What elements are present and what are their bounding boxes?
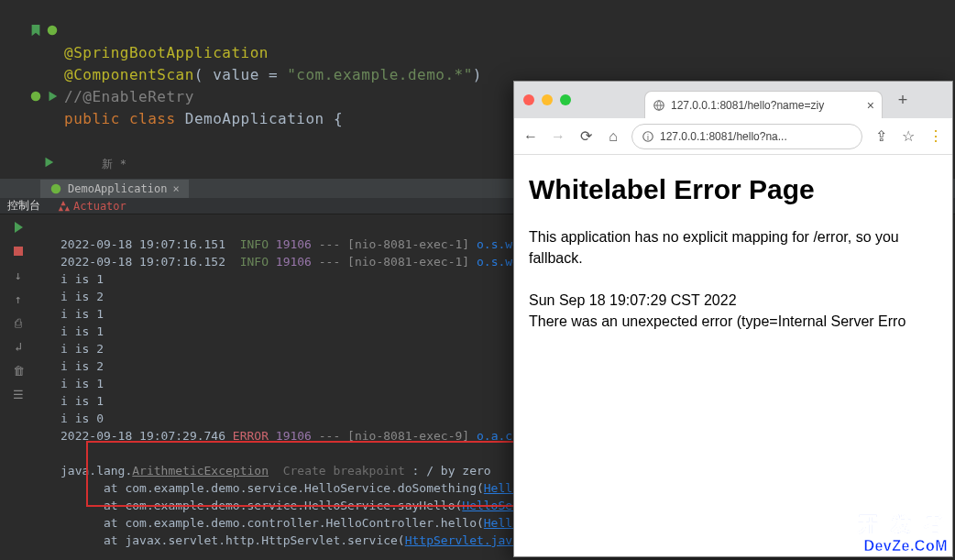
log-line: 2022-09-18 19:07:29.746 ERROR 19106 --- … (60, 429, 527, 443)
spring-icon[interactable] (46, 24, 59, 39)
browser-titlebar: 127.0.0.1:8081/hello?name=ziy × + (514, 82, 952, 118)
stop-icon[interactable] (11, 244, 26, 258)
address-bar[interactable]: i 127.0.0.1:8081/hello?na... (631, 124, 862, 149)
run-play-icon[interactable] (46, 90, 59, 105)
run-toolbar: ↓ ↑ ⎙ ↲ 🗑 ☰ (0, 214, 37, 560)
run-config-tab[interactable]: DemoApplication × (40, 180, 189, 198)
share-icon[interactable]: ⇪ (872, 127, 890, 145)
forward-button[interactable]: → (549, 128, 567, 145)
window-controls[interactable] (523, 94, 571, 105)
reload-button[interactable]: ⟳ (576, 127, 595, 145)
down-icon[interactable]: ↓ (11, 268, 26, 282)
more-icon[interactable]: ☰ (11, 387, 26, 401)
svg-point-2 (51, 184, 61, 194)
log-line: i is 0 (60, 412, 104, 425)
log-line: i is 2 (60, 342, 104, 356)
error-title: Whitelabel Error Page (529, 170, 938, 210)
up-icon[interactable]: ↑ (11, 291, 26, 306)
stack-line: at com.example.demo.service.HelloService… (60, 481, 555, 495)
error-desc: This application has no explicit mapping… (529, 226, 938, 269)
extensions-icon[interactable]: ⋮ (927, 127, 945, 145)
info-icon: i (642, 130, 654, 143)
log-line: i is 2 (60, 290, 104, 303)
tab-close-icon[interactable]: × (867, 98, 874, 113)
svg-point-0 (48, 25, 58, 35)
browser-toolbar: ← → ⟳ ⌂ i 127.0.0.1:8081/hello?na... ⇪ ☆… (514, 118, 952, 155)
bookmark-star-icon[interactable]: ☆ (899, 127, 917, 145)
spring-icon (49, 182, 62, 195)
minimize-window-icon[interactable] (542, 94, 553, 105)
maximize-window-icon[interactable] (560, 94, 571, 105)
log-line: i is 1 (60, 307, 104, 321)
run-main-icon[interactable] (42, 156, 55, 171)
stack-line: at com.example.demo.controller.HelloCont… (60, 516, 534, 530)
log-line: i is 1 (60, 394, 104, 408)
change-marker: 新 * (102, 158, 127, 170)
page-content: Whitelabel Error Page This application h… (514, 155, 952, 556)
browser-window: 127.0.0.1:8081/hello?name=ziy × + ← → ⟳ … (513, 81, 953, 557)
annotation: @ComponentScan (64, 66, 194, 83)
back-button[interactable]: ← (521, 128, 540, 145)
url-text: 127.0.0.1:8081/hello?na... (660, 130, 787, 143)
comment: //@EnableRetry (64, 88, 194, 105)
tab-console[interactable]: 控制台 (7, 198, 40, 214)
bookmark-icon[interactable] (29, 24, 42, 39)
wrap-icon[interactable]: ↲ (11, 339, 26, 354)
home-button[interactable]: ⌂ (604, 128, 622, 145)
log-line: i is 2 (60, 359, 104, 373)
stack-line: at com.example.demo.service.HelloService… (60, 499, 541, 512)
svg-rect-3 (14, 247, 23, 256)
tab-actuator[interactable]: Actuator (57, 200, 126, 213)
log-line: i is 1 (60, 377, 104, 390)
log-line: 2022-09-18 19:07:16.152 INFO 19106 --- [… (60, 255, 527, 269)
error-detail: There was an unexpected error (type=Inte… (529, 311, 938, 332)
exception-line: java.lang.ArithmeticException Create bre… (60, 464, 491, 478)
log-line: 2022-09-18 19:07:16.151 INFO 19106 --- [… (60, 237, 527, 251)
globe-icon (653, 99, 665, 112)
run-class-icon[interactable] (29, 90, 42, 105)
trash-icon[interactable]: 🗑 (11, 363, 26, 378)
error-timestamp: Sun Sep 18 19:07:29 CST 2022 (529, 290, 938, 311)
editor-gutter (0, 0, 64, 179)
annotation: @SpringBootApplication (64, 44, 269, 61)
new-tab-button[interactable]: + (892, 91, 914, 110)
rerun-icon[interactable] (11, 220, 26, 235)
filter-icon[interactable]: ⎙ (11, 315, 26, 330)
close-icon[interactable]: × (172, 182, 179, 195)
svg-text:i: i (647, 132, 649, 141)
run-config-label: DemoApplication (68, 182, 167, 195)
watermark: 开 发 者 DevZe.CoM (858, 511, 948, 555)
tab-title: 127.0.0.1:8081/hello?name=ziy (671, 99, 862, 112)
stack-line: at javax.servlet.http.HttpServlet.servic… (60, 533, 520, 547)
log-line: i is 1 (60, 324, 104, 338)
close-window-icon[interactable] (523, 94, 534, 105)
svg-point-1 (31, 91, 41, 101)
browser-tab[interactable]: 127.0.0.1:8081/hello?name=ziy × (644, 91, 883, 118)
log-line: i is 1 (60, 272, 104, 286)
